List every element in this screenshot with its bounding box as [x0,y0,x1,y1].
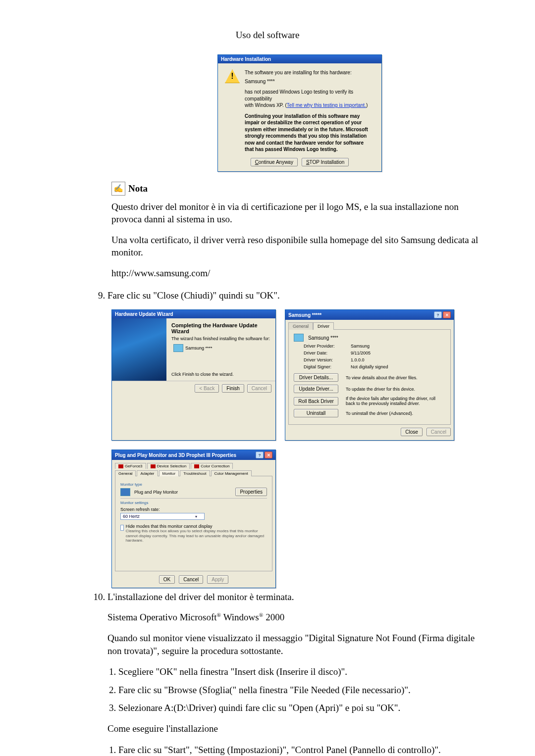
driver-cancel-button: Cancel [427,428,451,436]
prop3d-titlebar: Plug and Play Monitor and 3D Prophet III… [112,450,275,460]
tab-device-selection[interactable]: Device Selection [147,463,190,469]
stop-installation-button[interactable]: STOP InstallationSTOP Installation [302,158,349,166]
wizard-cancel-button: Cancel [247,384,271,393]
hide-modes-label: Hide modes that this monitor cannot disp… [126,524,267,529]
why-testing-link[interactable]: Tell me why this testing is important. [287,102,366,108]
wizard-device: Samsung **** [185,346,213,351]
wizard-finish-button[interactable]: Finish [222,384,244,393]
monitor-icon [173,344,183,352]
label-signer: Digital Signer: [304,364,351,369]
rollback-driver-button[interactable]: Roll Back Driver [294,397,338,405]
tab-geforce3[interactable]: GeForce3 [115,463,146,469]
rollback-driver-desc: If the device fails after updating the d… [346,396,445,406]
prop3d-cancel-button[interactable]: Cancel [179,575,203,584]
hardware-installation-dialog: Hardware Installation ! The software you… [217,54,382,172]
driver-titlebar: Samsung ***** ? ✕ [285,310,454,320]
tab-color-management[interactable]: Color Management [211,470,252,476]
refresh-rate-select[interactable]: 60 Hertz ▾ [120,513,205,520]
update-driver-desc: To update the driver for this device. [346,387,445,392]
monitor-icon [294,334,304,342]
hw-install-device: Samsung **** [245,78,374,85]
group-monitor-settings: Monitor settings [120,501,267,505]
step-a-2: Fare clic su "Browse (Sfoglia(" nella fi… [118,683,488,698]
value-signer: Not digitally signed [351,364,445,369]
group-monitor-type: Monitor type [120,482,267,487]
warning-icon: ! [225,69,240,83]
dialog-titlebar: Hardware Installation [218,55,381,63]
monitor-icon [120,488,130,496]
label-date: Driver Date: [304,351,351,355]
monitor-type-value: Plug and Play Monitor [134,490,178,495]
driver-details-desc: To view details about the driver files. [346,375,445,380]
update-driver-button[interactable]: Update Driver... [294,385,338,393]
hardware-update-wizard-dialog: Hardware Update Wizard Completing the Ha… [111,309,276,441]
step-a-3: Selezionare A:(D:\Driver) quindi fare cl… [118,701,488,715]
wizard-titlebar: Hardware Update Wizard [112,310,275,318]
note-paragraph-1: Questo driver del monitor è in via di ce… [111,201,488,226]
install-heading: Come eseguire l'installazione [107,722,488,735]
step-b-1: Fare clic su "Start", "Setting (Impostaz… [118,743,488,756]
wizard-title: Hardware Update Wizard [115,311,173,317]
help-icon[interactable]: ? [434,311,442,318]
page-header: Uso del software [47,30,488,41]
tab-general-adapter[interactable]: General [115,470,136,476]
monitor-properties-button[interactable]: Properties [235,488,267,496]
label-refresh-rate: Screen refresh rate: [120,507,267,512]
hide-modes-checkbox[interactable] [120,525,124,531]
close-icon[interactable]: ✕ [265,452,272,458]
note-paragraph-2: Una volta certificato, il driver verrà r… [111,234,488,259]
wizard-hint: Click Finish to close the wizard. [171,372,270,377]
prop3d-ok-button[interactable]: OK [159,575,175,584]
continue-anyway-button[interactable]: CContinue Anywayontinue Anyway [251,158,298,166]
wizard-banner [112,318,166,381]
hw-install-compat-c: ) [366,102,368,108]
driver-close-button[interactable]: Close [401,428,423,436]
wizard-subtext: The wizard has finished installing the s… [171,336,270,341]
prop3d-title: Plug and Play Monitor and 3D Prophet III… [115,453,236,458]
prop3d-apply-button: Apply [207,575,228,584]
tab-color-correction[interactable]: Color Correction [191,463,233,469]
hw-install-warning-bold: Continuing your installation of this sof… [245,113,374,153]
value-version: 1.0.0.0 [351,357,445,362]
driver-properties-dialog: Samsung ***** ? ✕ General Driver Sams [285,309,454,441]
hide-modes-hint: Clearing this check box allows you to se… [126,529,267,543]
driver-details-button[interactable]: Driver Details... [294,373,338,382]
value-date: 9/11/2005 [351,351,445,355]
hw-install-compat-b: with Windows XP. ( [245,102,287,108]
label-version: Driver Version: [304,357,351,362]
hw-install-compat-a: has not passed Windows Logo testing to v… [245,89,353,101]
value-provider: Samsung [351,344,445,349]
tab-troubleshoot[interactable]: Troubleshoot [180,470,210,476]
chevron-down-icon: ▾ [195,514,197,519]
close-icon[interactable]: ✕ [443,311,451,318]
step-9: Fare clic su "Close (Chiudi)" quindi su … [107,289,488,303]
samsung-url: http://www.samsung.com/ [111,267,488,280]
uninstall-driver-button[interactable]: Uninstall [294,409,338,417]
tab-general[interactable]: General [288,322,313,330]
uninstall-driver-desc: To uninstall the driver (Advanced). [346,411,445,416]
note-label: Nota [128,183,148,194]
driver-device: Samsung **** [308,335,338,341]
note-icon: ✍ [111,182,125,196]
label-provider: Driver Provider: [304,344,351,349]
help-icon[interactable]: ? [256,452,264,458]
step-a-1: Scegliere "OK" nella finestra "Insert di… [118,665,488,679]
step-10: L'installazione del driver del monitor è… [107,590,488,605]
refresh-rate-value: 60 Hertz [123,514,140,519]
dialog-title: Hardware Installation [221,56,271,62]
driver-title: Samsung ***** [288,312,321,318]
digital-signature-paragraph: Quando sul monitor viene visualizzato il… [107,632,488,657]
wizard-heading: Completing the Hardware Update Wizard [171,322,270,334]
os-line: Sistema Operativo Microsoft® Windows® 20… [107,611,488,624]
wizard-back-button: < Back [195,384,219,393]
monitor-properties-dialog: Plug and Play Monitor and 3D Prophet III… [111,450,276,588]
tab-adapter[interactable]: Adapter [137,470,158,476]
hw-install-line1: The software you are installing for this… [245,69,374,76]
tab-monitor[interactable]: Monitor [159,470,179,476]
tab-driver[interactable]: Driver [313,322,334,330]
